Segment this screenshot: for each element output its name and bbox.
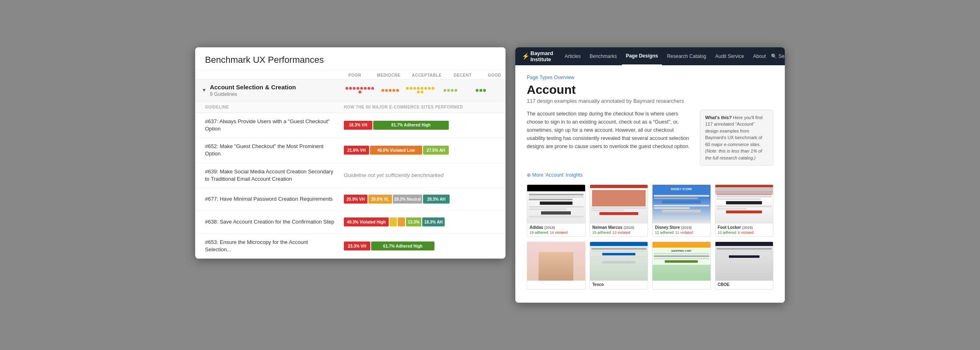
dot — [479, 89, 482, 92]
logo-text: Baymard Institute — [530, 50, 553, 62]
dot — [406, 87, 409, 90]
guideline-text[interactable]: #638: Save Account Creation for the Conf… — [205, 218, 344, 226]
guideline-bars: 48.3% Violated High 13.3% 18.3% AH — [344, 217, 496, 226]
guideline-text[interactable]: #652: Make "Guest Checkout" the Most Pro… — [205, 143, 344, 157]
section-header[interactable]: ▼ Account Selection & Creation 9 Guideli… — [195, 80, 506, 102]
page-subtitle: 117 design examples manually annotated b… — [527, 98, 773, 104]
nav-benchmarks[interactable]: Benchmarks — [586, 47, 621, 65]
col-acceptable: ACCEPTABLE — [408, 73, 445, 78]
guideline-row: #677: Have Minimal Password Creation Req… — [195, 188, 506, 211]
image-card-cboe[interactable]: CBOE — [715, 241, 774, 290]
dot — [454, 89, 457, 92]
dot — [417, 87, 420, 90]
image-thumb-r2c1 — [527, 242, 585, 281]
card-meta — [715, 288, 773, 289]
not-benchmarked-label: Guideline not yet sufficiently benchmark… — [344, 172, 443, 178]
image-card-r2c3[interactable]: SHOPPING CART — [652, 241, 711, 290]
image-thumb-r2c3: SHOPPING CART — [653, 242, 710, 281]
dot — [476, 89, 479, 92]
whats-this-title: What's this? — [705, 115, 732, 120]
nav-articles[interactable]: Articles — [561, 47, 585, 65]
page-description: The account selection step during the ch… — [527, 110, 693, 166]
nav-about[interactable]: About — [749, 47, 770, 65]
image-thumb-cboe — [715, 242, 773, 281]
image-card-disney[interactable]: DISNEY STORE — [652, 184, 711, 237]
whats-this-box: What's this? Here you'll find 117 annota… — [700, 110, 773, 166]
content-row: The account selection step during the ch… — [527, 110, 773, 166]
guideline-row: #639: Make Social Media Account Creation… — [195, 163, 506, 188]
bar-o — [398, 217, 405, 226]
card-meta: 19 adhered 14 violated — [527, 230, 585, 236]
dot — [421, 87, 423, 90]
dot — [447, 89, 450, 92]
section-toggle-icon[interactable]: ▼ — [202, 87, 207, 93]
dot — [381, 89, 384, 92]
breadcrumb[interactable]: Page Types Overview — [527, 75, 575, 80]
card-label: Disney Store (2019) — [653, 224, 710, 230]
card-meta — [527, 283, 585, 285]
dot — [360, 87, 363, 90]
bar-vh: 20.0% VH — [344, 195, 368, 204]
dot — [371, 87, 374, 90]
nav-search[interactable]: 🔍 Search — [771, 53, 785, 59]
guideline-row: #652: Make "Guest Checkout" the Most Pro… — [195, 138, 506, 163]
guideline-bars: Guideline not yet sufficiently benchmark… — [344, 172, 496, 178]
guideline-text[interactable]: #639: Make Social Media Account Creation… — [205, 168, 344, 183]
image-card-footlocker[interactable]: Foot Locker (2019) 12 adhered 6 violated — [715, 184, 774, 237]
bar-ah: 18.3% AH — [422, 217, 445, 226]
more-insights-link[interactable]: ⊕ More 'Account' Insights — [527, 172, 773, 178]
dot-cluster-acceptable — [406, 87, 434, 93]
nav-research-catalog[interactable]: Research Catalog — [663, 47, 710, 65]
th-performance: HOW THE 60 MAJOR E-COMMERCE SITES PERFOR… — [344, 105, 463, 109]
image-card-tesco[interactable]: Tesco — [590, 241, 648, 290]
image-card-neiman[interactable]: Neiman Marcus (2019) 15 adhered 13 viola… — [590, 184, 648, 237]
dot — [451, 89, 454, 92]
image-card-r2c1[interactable] — [527, 241, 586, 290]
guideline-bars: 21.6% VH 49.0% Violated Low 27.5% AH — [344, 146, 496, 155]
right-content: Page Types Overview Account 117 design e… — [515, 65, 785, 303]
bar-adhered: 61.7% Adhered High — [371, 241, 434, 250]
guideline-row: #653: Ensure the Microcopy for the Accou… — [195, 234, 506, 259]
nav-page-designs[interactable]: Page Designs — [622, 47, 662, 65]
guideline-bars: 18.3% VH 81.7% Adhered High — [344, 121, 496, 130]
section-title: Account Selection & Creation — [210, 84, 345, 91]
dot — [364, 87, 367, 90]
bar-adhered: 81.7% Adhered High — [373, 121, 449, 130]
nav-audit-service[interactable]: Audit Service — [711, 47, 748, 65]
search-icon: 🔍 — [771, 53, 777, 59]
image-card-adidas[interactable]: Adidas (2019) 19 adhered 14 violated — [527, 184, 586, 237]
card-meta: 12 adhered 6 violated — [715, 230, 773, 236]
page-title: Account — [527, 83, 773, 96]
guideline-bars: 23.3% VH 61.7% Adhered High — [344, 241, 496, 250]
dot — [385, 89, 388, 92]
bar-vh: 18.3% VH — [344, 121, 372, 130]
left-panel: Benchmark UX Performances POOR MEDIOCRE … — [195, 47, 506, 259]
dot — [359, 91, 361, 93]
dot — [421, 91, 423, 93]
dot — [345, 87, 348, 90]
card-label-cboe: CBOE — [715, 281, 773, 288]
bar-lg: 13.3% — [406, 217, 421, 226]
dot — [356, 87, 359, 90]
guideline-text[interactable]: #677: Have Minimal Password Creation Req… — [205, 195, 344, 203]
card-label: Neiman Marcus (2019) — [590, 224, 648, 230]
guideline-text[interactable]: #653: Ensure the Microcopy for the Accou… — [205, 239, 344, 253]
bar-vh: 21.6% VH — [344, 146, 369, 155]
th-guideline: GUIDELINE — [205, 105, 344, 109]
logo-icon: ⚡ — [522, 53, 530, 60]
card-label-tesco: Tesco — [590, 281, 648, 288]
app-title: Benchmark UX Performances — [205, 55, 496, 65]
bar-violated: 49.0% Violated Low — [370, 146, 422, 155]
guideline-text[interactable]: #637: Always Provide Users with a "Guest… — [205, 118, 344, 133]
dot — [443, 89, 446, 92]
left-header: Benchmark UX Performances — [195, 47, 506, 70]
image-thumb-tesco — [590, 242, 648, 281]
bar-vh: 48.3% Violated High — [344, 217, 389, 226]
col-good: GOOD — [480, 73, 506, 78]
app-title-sub: UX Performances — [250, 55, 324, 65]
dot — [389, 89, 392, 92]
dot-chart — [345, 87, 499, 93]
bar-vh: 23.3% VH — [344, 241, 370, 250]
guideline-row: #637: Always Provide Users with a "Guest… — [195, 113, 506, 138]
bar-ah: 27.5% AH — [423, 146, 449, 155]
